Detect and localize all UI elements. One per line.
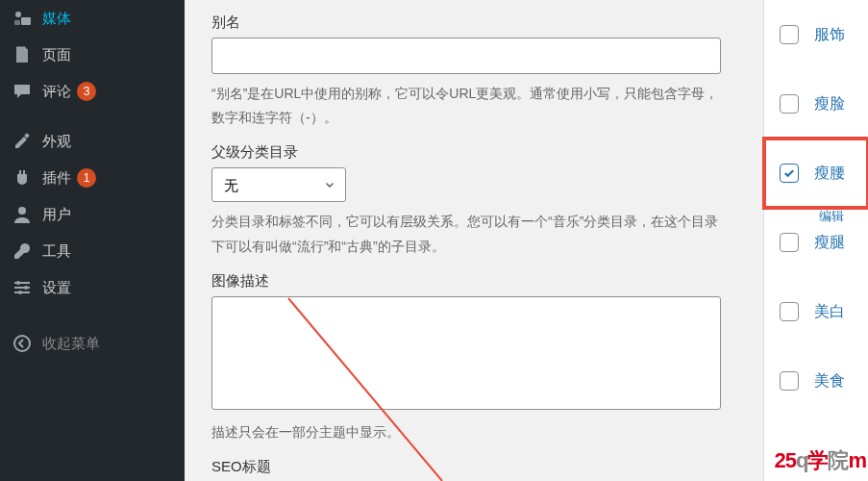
- sidebar-item-plugins[interactable]: 插件 1: [0, 160, 185, 196]
- settings-icon: [12, 278, 33, 297]
- field-seo-title: SEO标题: [211, 458, 736, 476]
- category-row[interactable]: 瘦腿: [764, 208, 868, 277]
- category-row[interactable]: 美白: [764, 277, 868, 346]
- svg-point-0: [15, 12, 21, 17]
- tool-icon: [12, 241, 33, 261]
- category-label: 美白: [814, 302, 845, 322]
- category-label: 服饰: [814, 25, 845, 45]
- user-icon: [12, 205, 33, 224]
- comment-icon: [12, 82, 33, 101]
- page-icon: [12, 45, 33, 64]
- sidebar-collapse-label: 收起菜单: [42, 335, 100, 353]
- category-row[interactable]: 美食: [764, 346, 868, 416]
- appearance-icon: [12, 132, 33, 151]
- alias-label: 别名: [211, 13, 736, 32]
- checkbox[interactable]: [780, 371, 799, 391]
- category-label: 瘦腿: [814, 233, 845, 253]
- category-row[interactable]: 瘦脸: [764, 69, 868, 139]
- image-desc-help: 描述只会在一部分主题中显示。: [211, 420, 731, 444]
- image-desc-label: 图像描述: [211, 272, 736, 291]
- svg-point-4: [18, 207, 26, 215]
- sidebar-item-label: 媒体: [42, 10, 71, 28]
- image-desc-textarea[interactable]: [211, 296, 721, 410]
- sidebar-item-label: 设置: [42, 279, 71, 297]
- category-label: 瘦脸: [814, 94, 845, 114]
- edit-link[interactable]: 编辑: [819, 208, 844, 225]
- sidebar-item-label: 评论: [42, 83, 71, 101]
- category-label: 美食: [814, 371, 845, 392]
- svg-rect-1: [21, 17, 31, 25]
- alias-input[interactable]: [211, 38, 721, 74]
- sidebar-item-label: 外观: [42, 133, 71, 151]
- category-row-highlighted[interactable]: 瘦腰: [764, 139, 868, 208]
- admin-sidebar: 媒体 页面 评论 3 外观 插件 1 用户 工具: [0, 0, 185, 481]
- svg-point-11: [14, 336, 30, 351]
- field-parent: 父级分类目录 无 分类目录和标签不同，它可以有层级关系。您可以有一个“音乐”分类…: [211, 143, 736, 258]
- svg-rect-3: [24, 133, 30, 139]
- sidebar-item-users[interactable]: 用户: [0, 196, 185, 233]
- plugin-update-badge: 1: [77, 168, 96, 188]
- svg-point-9: [24, 286, 28, 290]
- svg-point-10: [18, 291, 22, 294]
- sidebar-item-comments[interactable]: 评论 3: [0, 73, 185, 110]
- field-image-desc: 图像描述 描述只会在一部分主题中显示。: [211, 272, 736, 444]
- parent-select[interactable]: 无: [211, 167, 346, 202]
- parent-label: 父级分类目录: [211, 143, 736, 162]
- sidebar-item-label: 页面: [42, 46, 71, 64]
- checkbox[interactable]: [780, 25, 799, 44]
- field-alias: 别名 “别名”是在URL中使用的别称，它可以令URL更美观。通常使用小写，只能包…: [211, 13, 736, 130]
- checkbox-checked[interactable]: [780, 164, 799, 183]
- plugin-icon: [12, 168, 33, 188]
- parent-help: 分类目录和标签不同，它可以有层级关系。您可以有一个“音乐”分类目录，在这个目录下…: [211, 210, 731, 258]
- sidebar-collapse[interactable]: 收起菜单: [0, 325, 185, 362]
- comment-count-badge: 3: [77, 82, 96, 101]
- category-label: 瘦腰: [814, 164, 845, 184]
- checkbox[interactable]: [780, 94, 799, 114]
- svg-rect-2: [14, 20, 20, 25]
- sidebar-item-appearance[interactable]: 外观: [0, 123, 185, 160]
- sidebar-item-label: 用户: [42, 206, 71, 224]
- category-row[interactable]: 服饰: [764, 0, 868, 69]
- sidebar-item-media[interactable]: 媒体: [0, 0, 185, 37]
- seo-title-label: SEO标题: [211, 458, 736, 476]
- watermark: 25q学院m: [775, 446, 867, 475]
- sidebar-item-pages[interactable]: 页面: [0, 37, 185, 73]
- sidebar-item-tools[interactable]: 工具: [0, 233, 185, 269]
- media-icon: [12, 9, 33, 28]
- sidebar-item-label: 插件: [42, 169, 71, 188]
- checkbox[interactable]: [780, 233, 799, 252]
- sidebar-item-settings[interactable]: 设置: [0, 269, 185, 306]
- collapse-icon: [12, 334, 33, 353]
- checkbox[interactable]: [780, 302, 799, 321]
- alias-help: “别名”是在URL中使用的别称，它可以令URL更美观。通常使用小写，只能包含字母…: [211, 82, 731, 130]
- category-panel: 服饰 瘦脸 瘦腰 编辑 瘦腿 美白 美食: [763, 0, 868, 481]
- main-content: 别名 “别名”是在URL中使用的别称，它可以令URL更美观。通常使用小写，只能包…: [185, 0, 763, 481]
- sidebar-item-label: 工具: [42, 242, 71, 261]
- svg-point-8: [16, 281, 20, 285]
